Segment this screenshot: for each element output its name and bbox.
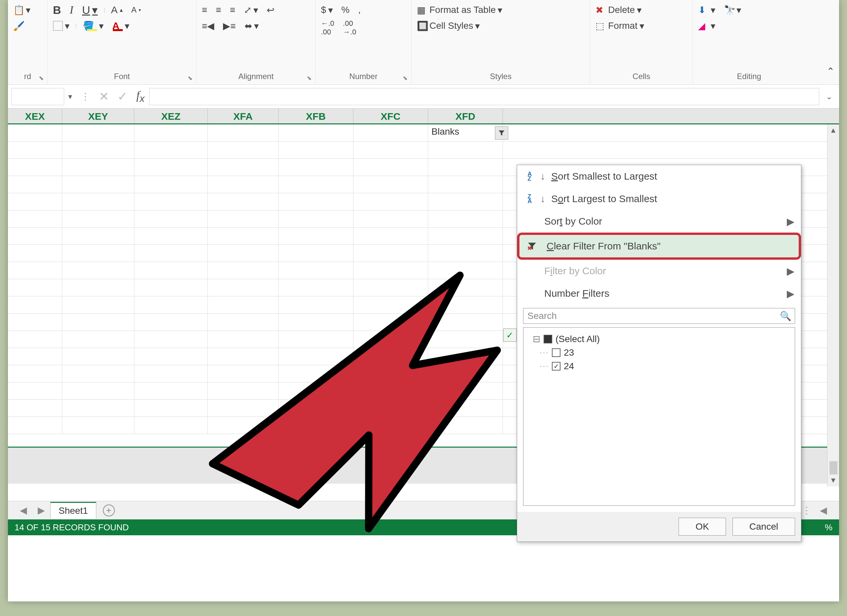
grid-cell[interactable] [353, 159, 428, 176]
grid-cell[interactable] [8, 314, 62, 330]
grid-cell[interactable] [428, 279, 503, 296]
grid-cell[interactable] [353, 417, 428, 434]
grid-cell[interactable] [208, 262, 279, 279]
column-header[interactable]: XEY [62, 109, 134, 124]
grid-cell[interactable] [62, 296, 134, 313]
grid-cell[interactable] [134, 211, 208, 227]
italic-button[interactable]: I [67, 2, 76, 18]
grid-cell[interactable] [62, 124, 134, 141]
grid-cell[interactable] [134, 331, 208, 348]
grid-cell[interactable] [134, 245, 208, 262]
grid-cell[interactable] [62, 193, 134, 210]
grid-cell[interactable] [208, 279, 279, 296]
grid-cell[interactable] [353, 348, 428, 365]
grid-cell[interactable] [208, 417, 279, 434]
grid-cell[interactable] [279, 124, 353, 141]
grid-cell[interactable] [8, 211, 62, 227]
grid-cell[interactable] [428, 262, 503, 279]
grid-cell[interactable] [62, 365, 134, 382]
grid-cell[interactable] [353, 314, 428, 330]
grid-cell[interactable] [428, 382, 503, 399]
grid-cell[interactable] [62, 279, 134, 296]
fill-button[interactable]: ⬇▾ [695, 3, 718, 17]
grid-cell[interactable] [279, 279, 353, 296]
grid-cell[interactable] [353, 331, 428, 348]
grid-cell[interactable] [279, 211, 353, 227]
grid-cell[interactable] [208, 314, 279, 330]
grid-cell[interactable] [62, 159, 134, 176]
grid-cell[interactable] [62, 262, 134, 279]
grid-cell[interactable] [428, 365, 503, 382]
column-header[interactable]: XFA [208, 109, 279, 124]
grow-font-button[interactable]: A▴ [109, 3, 125, 17]
column-header[interactable]: XEX [8, 109, 62, 124]
grid-cell[interactable] [62, 331, 134, 348]
column-header[interactable]: XFC [353, 109, 428, 124]
dialog-launcher-icon[interactable]: ⬊ [307, 74, 313, 81]
grid-cell[interactable] [8, 348, 62, 365]
grid-cell[interactable] [134, 159, 208, 176]
grid-cell[interactable]: Blanks [428, 124, 503, 141]
vertical-scrollbar[interactable]: ▲ ▼ [827, 124, 839, 486]
number-filters-item[interactable]: Number Filters ▶ [517, 282, 801, 305]
clear-button[interactable]: ◢▾ [695, 19, 718, 33]
grid-cell[interactable] [428, 245, 503, 262]
enter-formula-button[interactable]: ✓ [113, 90, 132, 103]
grid-cell[interactable] [62, 417, 134, 434]
shrink-font-button[interactable]: A▾ [129, 4, 143, 16]
format-as-table-button[interactable]: ▦Format as Table ▾ [414, 3, 505, 17]
filter-search-input[interactable]: Search 🔍 [523, 308, 795, 324]
grid-cell[interactable] [8, 262, 62, 279]
scroll-up-button[interactable]: ▲ [828, 124, 839, 136]
grid-cell[interactable] [134, 262, 208, 279]
grid-cell[interactable] [8, 228, 62, 245]
grid-cell[interactable] [8, 141, 62, 158]
grid-cell[interactable] [428, 141, 503, 158]
name-box[interactable] [11, 88, 64, 105]
grid-cell[interactable] [8, 279, 62, 296]
scroll-down-button[interactable]: ▼ [828, 475, 839, 486]
grid-cell[interactable] [134, 314, 208, 330]
grid-cell[interactable] [428, 159, 503, 176]
hscroll-left[interactable]: ◀ [815, 505, 832, 516]
grid-cell[interactable] [353, 279, 428, 296]
grid-cell[interactable] [134, 176, 208, 193]
grid-cell[interactable] [353, 365, 428, 382]
grid-cell[interactable] [8, 331, 62, 348]
grid-cell[interactable] [8, 382, 62, 399]
percent-format-button[interactable]: % [339, 3, 353, 16]
accounting-format-button[interactable]: $ ▾ [318, 3, 335, 17]
grid-cell[interactable] [8, 193, 62, 210]
grid-cell[interactable] [62, 314, 134, 330]
grid-cell[interactable] [279, 417, 353, 434]
column-header[interactable]: XFD [428, 109, 503, 124]
grid-cell[interactable] [208, 176, 279, 193]
tab-split-handle[interactable]: ⋮ [802, 505, 815, 516]
grid-cell[interactable] [353, 141, 428, 158]
grid-cell[interactable] [279, 193, 353, 210]
grid-cell[interactable] [279, 228, 353, 245]
grid-cell[interactable] [428, 296, 503, 313]
grid-cell[interactable] [62, 245, 134, 262]
ok-button[interactable]: OK [679, 518, 726, 536]
grid-cell[interactable] [134, 296, 208, 313]
filter-dropdown-button[interactable] [495, 127, 508, 140]
grid-cell[interactable] [279, 159, 353, 176]
formula-input[interactable] [149, 88, 819, 105]
grid-cell[interactable] [134, 124, 208, 141]
grid-cell[interactable] [428, 193, 503, 210]
grid-cell[interactable] [353, 211, 428, 227]
increase-indent-button[interactable]: ▶≡ [220, 19, 238, 33]
grid-cell[interactable] [279, 382, 353, 399]
grid-cell[interactable] [428, 331, 503, 348]
grid-cell[interactable] [208, 245, 279, 262]
grid-cell[interactable] [62, 141, 134, 158]
grid-cell[interactable] [134, 417, 208, 434]
cell-styles-button[interactable]: 🔲Cell Styles ▾ [414, 19, 483, 33]
dialog-launcher-icon[interactable]: ⬊ [39, 74, 45, 81]
filter-value-item[interactable]: ⋯23 [528, 346, 790, 359]
tab-nav-left[interactable]: ◀ [15, 505, 32, 516]
new-sheet-button[interactable]: + [103, 504, 115, 516]
grid-cell[interactable] [134, 348, 208, 365]
grid-cell[interactable] [428, 176, 503, 193]
